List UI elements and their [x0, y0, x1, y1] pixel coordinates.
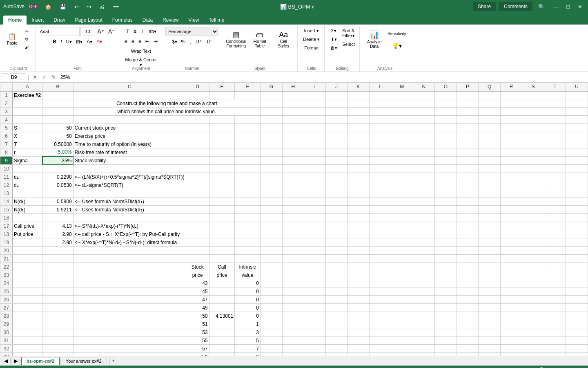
cell-E29[interactable]	[209, 320, 235, 328]
decimal-increase-btn[interactable]: .0⁺	[194, 37, 203, 46]
cell-R16[interactable]	[500, 214, 522, 222]
cell-U1[interactable]	[566, 91, 588, 99]
cell-N29[interactable]	[413, 320, 435, 328]
cell-I30[interactable]	[304, 328, 326, 337]
cell-U30[interactable]	[566, 328, 588, 337]
cell-O25[interactable]	[435, 287, 457, 296]
cell-J19[interactable]	[325, 238, 347, 247]
cell-J13[interactable]	[325, 189, 347, 197]
cell-M29[interactable]	[391, 320, 413, 328]
cell-A27[interactable]	[13, 304, 42, 312]
cell-D23[interactable]: price	[186, 271, 209, 279]
cell-G26[interactable]	[260, 296, 282, 304]
cell-N5[interactable]	[413, 124, 435, 132]
cell-T17[interactable]	[544, 222, 566, 230]
cell-A30[interactable]	[13, 328, 42, 337]
cell-I13[interactable]	[304, 189, 326, 197]
cell-D19[interactable]	[186, 238, 209, 247]
zoom-out-btn[interactable]: −	[526, 366, 530, 368]
cell-L18[interactable]	[369, 230, 391, 238]
cell-N16[interactable]	[413, 214, 435, 222]
cell-R1[interactable]	[500, 91, 522, 99]
cell-J22[interactable]	[325, 263, 347, 271]
cell-U6[interactable]	[566, 132, 588, 140]
cell-F30[interactable]: 3	[235, 328, 261, 337]
page-break-view-btn[interactable]: ⊟	[514, 366, 521, 368]
cell-C30[interactable]	[73, 328, 186, 337]
col-header-T[interactable]: T	[544, 83, 566, 91]
cell-J31[interactable]	[325, 337, 347, 345]
cell-K17[interactable]	[347, 222, 369, 230]
cell-N19[interactable]	[413, 238, 435, 247]
cell-U2[interactable]	[566, 99, 588, 108]
cell-T33[interactable]	[544, 353, 566, 356]
indent-increase-button[interactable]: ⇥	[152, 37, 159, 46]
cell-P32[interactable]	[457, 345, 478, 353]
cell-O28[interactable]	[435, 312, 457, 320]
cell-F31[interactable]: 5	[235, 337, 261, 345]
cell-N7[interactable]	[413, 140, 435, 148]
cell-F9[interactable]	[235, 157, 261, 165]
cell-A19[interactable]	[13, 238, 42, 247]
cell-A6[interactable]: X	[13, 132, 42, 140]
cell-B10[interactable]	[42, 165, 74, 173]
cell-S19[interactable]	[522, 238, 544, 247]
cell-A3[interactable]	[13, 108, 42, 116]
cell-D29[interactable]: 51	[186, 320, 209, 328]
cell-G4[interactable]	[260, 116, 282, 124]
cell-N24[interactable]	[413, 279, 435, 287]
cell-J3[interactable]	[325, 108, 347, 116]
cell-F32[interactable]: 7	[235, 345, 261, 353]
col-header-E[interactable]: E	[209, 83, 235, 91]
cell-S30[interactable]	[522, 328, 544, 337]
cell-M3[interactable]	[391, 108, 413, 116]
cell-M17[interactable]	[391, 222, 413, 230]
row-header-28[interactable]: 28	[0, 312, 13, 320]
cell-Q16[interactable]	[479, 214, 501, 222]
cell-R11[interactable]	[500, 173, 522, 181]
cell-D28[interactable]: 50	[186, 312, 209, 320]
cell-E31[interactable]	[209, 337, 235, 345]
tab-page-layout[interactable]: Page Layout	[70, 16, 107, 25]
cell-J4[interactable]	[325, 116, 347, 124]
decimal-decrease-btn[interactable]: .0⁻	[204, 37, 214, 46]
cell-H18[interactable]	[282, 230, 304, 238]
cell-F15[interactable]	[235, 206, 261, 214]
cell-T32[interactable]	[544, 345, 566, 353]
cell-C20[interactable]	[73, 247, 186, 255]
cell-B9[interactable]: 25%	[42, 157, 74, 165]
cell-T8[interactable]	[544, 148, 566, 157]
cell-N10[interactable]	[413, 165, 435, 173]
cell-B18[interactable]: 2.90	[42, 230, 74, 238]
col-header-S[interactable]: S	[522, 83, 544, 91]
cell-T16[interactable]	[544, 214, 566, 222]
col-header-J[interactable]: J	[325, 83, 347, 91]
cell-N32[interactable]	[413, 345, 435, 353]
cell-A32[interactable]	[13, 345, 42, 353]
cell-D18[interactable]	[186, 230, 209, 238]
cell-R19[interactable]	[500, 238, 522, 247]
row-header-11[interactable]: 11	[0, 173, 13, 181]
tab-tell-me[interactable]: Tell me	[204, 16, 229, 25]
cell-H9[interactable]	[282, 157, 304, 165]
cell-M8[interactable]	[391, 148, 413, 157]
cell-J33[interactable]	[325, 353, 347, 356]
cell-J12[interactable]	[325, 181, 347, 189]
cell-U19[interactable]	[566, 238, 588, 247]
cell-G10[interactable]	[260, 165, 282, 173]
cell-I27[interactable]	[304, 304, 326, 312]
cell-T4[interactable]	[544, 116, 566, 124]
cell-reference-box[interactable]	[2, 73, 26, 81]
cell-G12[interactable]	[260, 181, 282, 189]
cell-D32[interactable]: 57	[186, 345, 209, 353]
cell-Q31[interactable]	[479, 337, 501, 345]
cell-K28[interactable]	[347, 312, 369, 320]
cell-M19[interactable]	[391, 238, 413, 247]
cell-D22[interactable]: Stock	[186, 263, 209, 271]
cell-L2[interactable]	[369, 99, 391, 108]
cell-K2[interactable]	[347, 99, 369, 108]
cell-N25[interactable]	[413, 287, 435, 296]
cell-K22[interactable]	[347, 263, 369, 271]
cell-S10[interactable]	[522, 165, 544, 173]
cell-O27[interactable]	[435, 304, 457, 312]
